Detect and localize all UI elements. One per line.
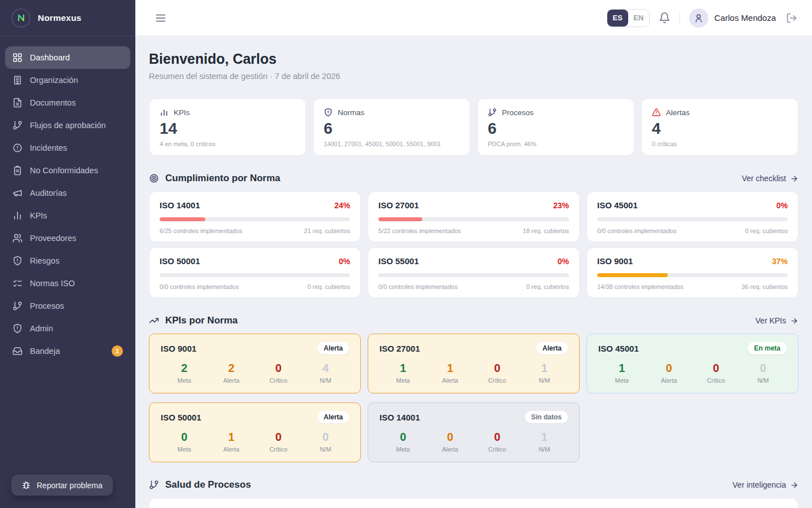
sidebar-item-label: Normas ISO — [30, 279, 75, 288]
arrow-right-icon — [790, 174, 798, 183]
compliance-section-header: Cumplimiento por Norma Ver checklist — [149, 173, 798, 184]
compliance-card-iso-50001[interactable]: ISO 500010% 0/0 controles implementados0… — [149, 247, 361, 298]
sidebar-item-no-conformidades[interactable]: No Conformidades — [5, 159, 130, 182]
sidebar-item-riesgos[interactable]: Riesgos — [5, 249, 130, 272]
sidebar-item-normas-iso[interactable]: Normas ISO — [5, 272, 130, 295]
kpi-card-iso-27001[interactable]: ISO 27001Alerta 1Meta 1Alerta 0Crítico 1… — [368, 334, 580, 393]
divider — [679, 11, 680, 25]
norm-name: ISO 14001 — [379, 413, 420, 422]
kpi-card-iso-45001[interactable]: ISO 45001En meta 1Meta 0Alerta 0Crítico … — [586, 334, 798, 393]
user-name: Carlos Mendoza — [714, 13, 776, 23]
compliance-card-iso-27001[interactable]: ISO 2700123% 5/22 controles implementado… — [368, 191, 580, 242]
sidebar-item-organizacion[interactable]: Organización — [5, 69, 130, 91]
stat-label: Normas — [338, 108, 364, 117]
sidebar-item-label: Flujos de aprobación — [30, 121, 106, 130]
stat-value: 6 — [488, 120, 624, 138]
sidebar-item-kpis[interactable]: KPIs — [5, 204, 130, 227]
trending-up-icon — [149, 316, 159, 326]
inbox-icon — [12, 346, 23, 356]
norm-percent: 0% — [776, 201, 788, 210]
kpi-critical-count: 0 — [255, 431, 302, 444]
clipboard-icon — [12, 165, 23, 176]
compliance-card-iso-14001[interactable]: ISO 1400124% 6/25 controles implementado… — [149, 191, 361, 242]
kpi-section-header: KPIs por Norma Ver KPIs — [149, 315, 798, 326]
controls-implemented: 0/0 controles implementados — [378, 283, 458, 290]
sidebar-item-label: KPIs — [30, 211, 47, 220]
lang-es-button[interactable]: ES — [607, 10, 628, 27]
kpi-nm-count: 1 — [521, 431, 568, 444]
logout-icon — [786, 12, 797, 24]
sidebar-item-label: Procesos — [30, 301, 64, 310]
notifications-button[interactable] — [659, 12, 670, 24]
status-badge: Alerta — [536, 342, 568, 354]
sidebar-item-procesos[interactable]: Procesos — [5, 295, 130, 317]
sidebar-item-incidentes[interactable]: Incidentes — [5, 137, 130, 159]
kpi-meta-count: 0 — [379, 431, 427, 444]
arrow-right-icon — [790, 481, 798, 489]
sidebar-item-flujos[interactable]: Flujos de aprobación — [5, 114, 130, 137]
topbar-actions: ES EN Carlos Mendoza — [607, 8, 797, 28]
sidebar-item-auditorias[interactable]: Auditorías — [5, 182, 130, 204]
requirements-covered: 36 req. cubiertos — [742, 283, 788, 290]
view-intelligence-link[interactable]: Ver inteligencia — [732, 480, 798, 489]
controls-implemented: 5/22 controles implementados — [378, 227, 461, 234]
sidebar-item-label: Admin — [30, 324, 53, 333]
status-badge: Sin datos — [525, 411, 568, 423]
controls-implemented: 6/25 controles implementados — [160, 227, 242, 234]
requirements-covered: 21 req. cubiertos — [304, 227, 350, 234]
sidebar-item-dashboard[interactable]: Dashboard — [5, 46, 130, 69]
sidebar-item-label: Organización — [30, 76, 78, 85]
progress-bar — [597, 217, 788, 221]
sidebar: Normexus Dashboard Organización Document… — [0, 0, 135, 508]
alert-circle-icon — [12, 143, 23, 153]
norm-percent: 37% — [772, 257, 788, 266]
kpi-meta-count: 1 — [598, 362, 646, 375]
kpi-meta-count: 1 — [379, 362, 427, 375]
norm-name: ISO 9001 — [161, 344, 196, 353]
norm-name: ISO 14001 — [160, 200, 200, 210]
sidebar-item-bandeja[interactable]: Bandeja 1 — [5, 340, 130, 362]
stat-card-kpis: KPIs 14 4 en meta, 0 críticos — [149, 98, 306, 156]
stat-card-alertas: Alertas 4 0 críticas — [641, 98, 798, 156]
report-problem-button[interactable]: Reportar problema — [11, 475, 113, 496]
progress-bar — [597, 273, 788, 277]
lang-en-button[interactable]: EN — [628, 10, 649, 27]
bar-chart-icon — [160, 108, 169, 117]
compliance-section-title: Cumplimiento por Norma — [165, 173, 280, 184]
stat-value: 14 — [160, 120, 295, 138]
compliance-grid: ISO 1400124% 6/25 controles implementado… — [149, 191, 798, 298]
document-icon — [12, 98, 23, 108]
sidebar-nav: Dashboard Organización Documentos Flujos… — [0, 36, 135, 475]
menu-toggle-button[interactable] — [155, 12, 167, 24]
kpi-card-iso-50001[interactable]: ISO 50001Alerta 0Meta 1Alerta 0Crítico 0… — [149, 402, 361, 462]
requirements-covered: 18 req. cubiertos — [523, 227, 569, 234]
kpi-alert-count: 1 — [427, 362, 474, 375]
norm-name: ISO 27001 — [378, 200, 419, 210]
shield-alert-icon — [12, 256, 23, 266]
stat-value: 4 — [652, 120, 788, 138]
kpi-alert-count: 2 — [208, 362, 255, 375]
arrow-right-icon — [790, 317, 798, 325]
compliance-card-iso-55001[interactable]: ISO 550010% 0/0 controles implementados0… — [368, 247, 580, 298]
sidebar-item-label: Riesgos — [30, 256, 59, 265]
status-badge: Alerta — [317, 342, 349, 354]
kpi-card-iso-9001[interactable]: ISO 9001Alerta 2Meta 2Alerta 0Crítico 4N… — [149, 334, 361, 393]
kpi-card-iso-14001[interactable]: ISO 14001Sin datos 0Meta 0Alerta 0Crític… — [368, 402, 580, 462]
view-kpis-link[interactable]: Ver KPIs — [756, 316, 798, 325]
git-branch-icon — [149, 480, 159, 490]
stat-sub: 14001, 27001, 45001, 50001, 55001, 9001 — [324, 141, 460, 147]
kpi-meta-count: 2 — [161, 362, 208, 375]
user-menu[interactable]: Carlos Mendoza — [689, 8, 776, 28]
processes-section-title: Salud de Procesos — [165, 479, 251, 491]
progress-bar — [378, 217, 569, 221]
sidebar-item-documentos[interactable]: Documentos — [5, 91, 130, 114]
compliance-card-iso-45001[interactable]: ISO 450010% 0/0 controles implementados0… — [586, 191, 798, 242]
view-checklist-link[interactable]: Ver checklist — [742, 174, 798, 183]
brand-header: Normexus — [0, 0, 135, 36]
sidebar-item-proveedores[interactable]: Proveedores — [5, 227, 130, 249]
git-branch-icon — [488, 108, 497, 117]
sidebar-item-admin[interactable]: Admin — [5, 317, 130, 340]
compliance-card-iso-9001[interactable]: ISO 900137% 14/38 controles implementado… — [586, 247, 798, 298]
logout-button[interactable] — [786, 12, 797, 24]
requirements-covered: 0 req. cubiertos — [307, 283, 350, 290]
